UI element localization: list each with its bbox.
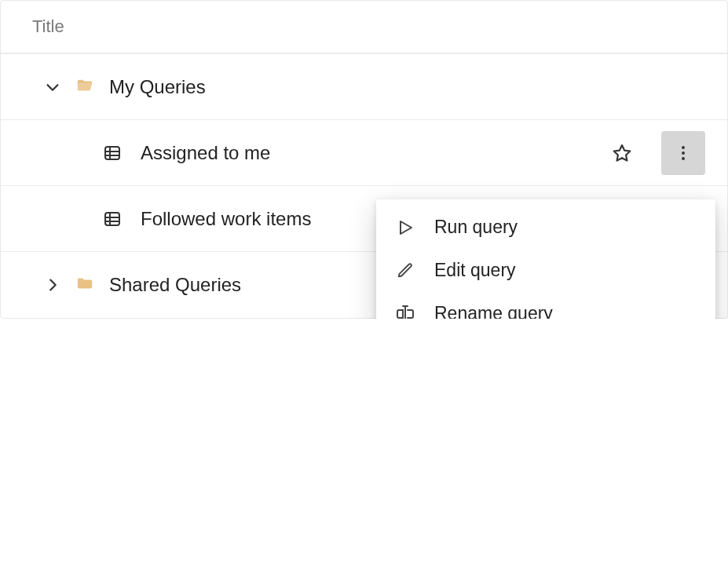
rename-icon bbox=[395, 304, 415, 319]
svg-point-7 bbox=[682, 157, 685, 160]
menu-item-edit-query[interactable]: Edit query bbox=[376, 249, 715, 292]
chevron-right-icon[interactable] bbox=[42, 274, 64, 296]
tree-label: Assigned to me bbox=[141, 142, 600, 164]
svg-rect-0 bbox=[105, 147, 119, 159]
svg-rect-8 bbox=[105, 213, 119, 225]
more-vertical-icon bbox=[673, 143, 693, 163]
favorite-button[interactable] bbox=[600, 131, 644, 175]
menu-item-run-query[interactable]: Run query bbox=[376, 206, 715, 249]
svg-marker-12 bbox=[401, 221, 412, 234]
menu-label: Run query bbox=[434, 217, 518, 238]
svg-point-6 bbox=[682, 151, 685, 155]
tree-row-my-queries[interactable]: My Queries bbox=[1, 54, 727, 120]
folder-open-icon bbox=[75, 77, 95, 97]
menu-label: Rename query bbox=[434, 303, 553, 319]
context-menu: Run query Edit query Rename query Delete… bbox=[376, 199, 715, 319]
query-list-icon bbox=[103, 210, 122, 228]
tree-row-assigned[interactable]: Assigned to me bbox=[1, 120, 727, 186]
tree-label: My Queries bbox=[109, 76, 705, 98]
more-actions-button[interactable] bbox=[661, 131, 705, 175]
menu-item-rename-query[interactable]: Rename query bbox=[376, 292, 715, 319]
svg-point-5 bbox=[682, 146, 685, 149]
star-icon bbox=[612, 143, 632, 163]
queries-panel: Title My Queries Assigned to me bbox=[0, 0, 728, 319]
row-actions bbox=[600, 131, 705, 175]
chevron-down-icon[interactable] bbox=[42, 76, 64, 98]
folder-icon bbox=[75, 275, 95, 295]
pencil-icon bbox=[395, 261, 415, 281]
play-icon bbox=[395, 217, 415, 238]
menu-label: Edit query bbox=[434, 260, 516, 281]
svg-marker-4 bbox=[614, 145, 631, 161]
header-label: Title bbox=[32, 16, 64, 36]
query-list-icon bbox=[103, 144, 122, 162]
column-header-title: Title bbox=[1, 1, 727, 54]
